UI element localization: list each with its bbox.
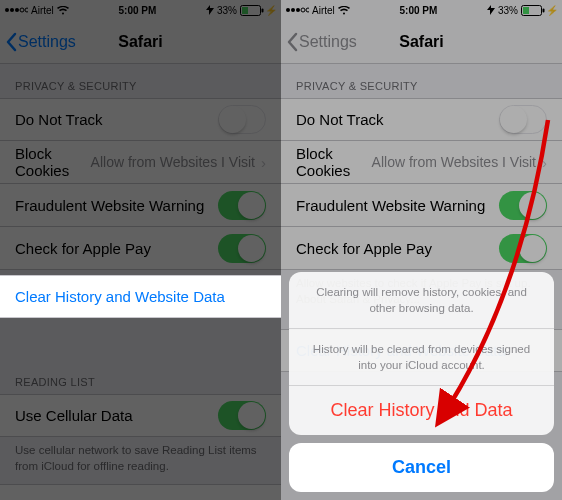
battery-icon [240, 5, 264, 16]
chevron-left-icon [4, 32, 18, 52]
row-label: Clear History and Website Data [15, 288, 266, 305]
row-value: Allow from Websites I Visit [91, 154, 255, 170]
svg-point-3 [20, 8, 24, 12]
row-fraud-warning[interactable]: Fraudulent Website Warning [0, 184, 281, 227]
row-apple-pay[interactable]: Check for Apple Pay [0, 227, 281, 270]
row-label: Fraudulent Website Warning [15, 197, 218, 214]
row-advanced[interactable]: Advanced › [0, 484, 281, 500]
chevron-right-icon: › [261, 154, 266, 171]
svg-rect-7 [261, 8, 263, 12]
carrier-label: Airtel [31, 5, 54, 16]
action-sheet: Clearing will remove history, cookies, a… [289, 272, 554, 492]
battery-pct: 33% [217, 5, 237, 16]
signal-icon [4, 6, 28, 14]
row-label: Use Cellular Data [15, 407, 218, 424]
section-header-privacy: PRIVACY & SECURITY [0, 64, 281, 98]
clock-label: 5:00 PM [118, 5, 156, 16]
svg-point-2 [15, 8, 19, 12]
row-do-not-track[interactable]: Do Not Track [0, 98, 281, 141]
nav-bar: Settings Safari [0, 20, 281, 64]
location-icon [206, 5, 214, 15]
back-button[interactable]: Settings [0, 32, 76, 52]
sheet-message-2: History will be cleared from devices sig… [289, 328, 554, 385]
left-screen: Airtel 5:00 PM 33% ⚡ Settings Safari PRI… [0, 0, 281, 500]
charging-icon: ⚡ [265, 5, 277, 16]
row-label: Block Cookies [15, 145, 91, 179]
wifi-icon [57, 6, 69, 15]
toggle-apple-pay[interactable] [218, 234, 266, 263]
svg-point-1 [10, 8, 14, 12]
status-bar: Airtel 5:00 PM 33% ⚡ [0, 0, 281, 20]
svg-point-4 [25, 8, 28, 12]
row-clear-history[interactable]: Clear History and Website Data [0, 275, 281, 318]
section-footer-reading: Use cellular network to save Reading Lis… [0, 437, 281, 484]
section-header-reading: READING LIST [0, 360, 281, 394]
svg-point-0 [5, 8, 9, 12]
clear-history-confirm-button[interactable]: Clear History and Data [289, 385, 554, 435]
toggle-use-cellular[interactable] [218, 401, 266, 430]
row-block-cookies[interactable]: Block Cookies Allow from Websites I Visi… [0, 141, 281, 184]
row-label: Check for Apple Pay [15, 240, 218, 257]
sheet-message-1: Clearing will remove history, cookies, a… [289, 272, 554, 328]
right-screen: Airtel 5:00 PM 33% ⚡ Settings Safari PRI… [281, 0, 562, 500]
row-label: Do Not Track [15, 111, 218, 128]
row-use-cellular[interactable]: Use Cellular Data [0, 394, 281, 437]
svg-rect-6 [242, 7, 248, 14]
toggle-fraud-warning[interactable] [218, 191, 266, 220]
toggle-do-not-track[interactable] [218, 105, 266, 134]
cancel-button[interactable]: Cancel [289, 443, 554, 492]
